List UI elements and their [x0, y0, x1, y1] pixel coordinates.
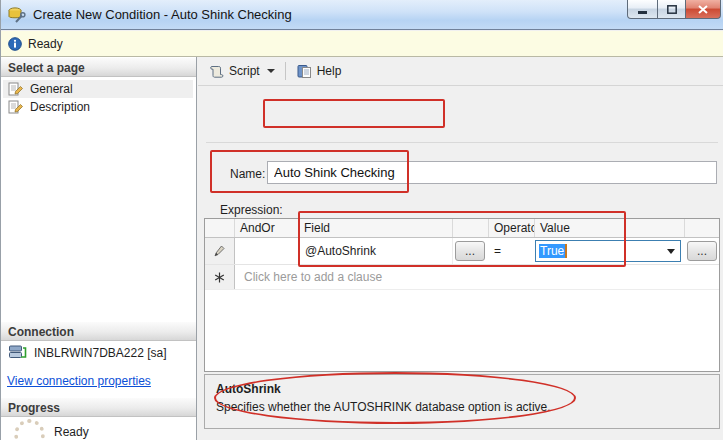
close-button[interactable]: [686, 0, 721, 19]
property-help-title: AutoShrink: [216, 382, 719, 396]
grid-header-andor: AndOr: [235, 219, 299, 237]
add-clause-hint[interactable]: Click here to add a clause: [235, 265, 382, 289]
value-browse-cell: ...: [685, 238, 719, 264]
progress-status: Ready: [54, 425, 89, 439]
status-bar: Ready: [1, 31, 723, 57]
chevron-down-icon: [267, 69, 275, 73]
grid-header-operator: Operator: [489, 219, 535, 237]
operator-cell[interactable]: =: [489, 238, 535, 264]
select-a-page-header: Select a page: [1, 57, 196, 77]
window-title: Create New Condition - Auto Shink Checki…: [33, 7, 292, 22]
create-new-condition-dialog: Create New Condition - Auto Shink Checki…: [0, 0, 723, 440]
connection-header: Connection: [1, 321, 196, 341]
script-scroll-icon: [208, 64, 225, 79]
help-button[interactable]: Help: [292, 62, 346, 81]
value-browse-button[interactable]: ...: [687, 241, 717, 261]
andor-cell[interactable]: [235, 238, 299, 264]
policy-condition-icon: [7, 6, 27, 24]
sidebar-item-general[interactable]: General: [3, 80, 193, 98]
progress-spinner-icon: [14, 419, 45, 440]
script-button[interactable]: Script: [204, 62, 279, 81]
clause-row: @AutoShrink ... = True ...: [205, 238, 719, 265]
grid-header-value-browse: [685, 219, 719, 237]
grid-header-selector: [205, 219, 235, 237]
field-browse-button[interactable]: ...: [455, 241, 485, 261]
progress-header: Progress: [1, 397, 196, 417]
value-selected-text: True: [539, 244, 565, 258]
property-help-text: Specifies whether the AUTOSHRINK databas…: [216, 400, 719, 414]
name-input[interactable]: [267, 161, 717, 184]
close-icon: [698, 5, 708, 14]
help-button-label: Help: [317, 64, 342, 78]
row-selector-new[interactable]: [205, 265, 235, 289]
sidebar-item-description[interactable]: Description: [3, 98, 193, 116]
page-pencil-icon: [8, 82, 23, 96]
connection-server: INBLRWIN7DBA222 [sa]: [8, 345, 167, 360]
property-help-panel: AutoShrink Specifies whether the AUTOSHR…: [204, 374, 720, 429]
script-button-label: Script: [229, 64, 260, 78]
value-cell: True: [535, 238, 685, 264]
grid-header-field-browse: [453, 219, 489, 237]
sidebar-item-label: Description: [30, 100, 90, 114]
connection-server-name: INBLRWIN7DBA222 [sa]: [34, 346, 167, 360]
expression-label: Expression:: [220, 203, 283, 217]
add-clause-row: Click here to add a clause: [205, 265, 719, 290]
info-icon: [8, 37, 22, 51]
toolbar-separator: [285, 62, 286, 80]
window-controls: [627, 0, 721, 19]
server-connection-icon: [8, 345, 27, 360]
field-browse-cell: ...: [453, 238, 489, 264]
pencil-edit-icon: [214, 245, 225, 257]
minimize-button[interactable]: [627, 0, 658, 19]
grid-header-field: Field: [299, 219, 453, 237]
value-combobox[interactable]: True: [535, 240, 681, 262]
grid-header-value: Value: [535, 219, 685, 237]
grid-header-row: AndOr Field Operator Value: [205, 219, 719, 238]
view-connection-properties-link[interactable]: View connection properties: [7, 374, 151, 388]
sidebar-item-label: General: [30, 82, 73, 96]
main-panel: Script Help Name: Facet:: [198, 57, 723, 440]
title-bar: Create New Condition - Auto Shink Checki…: [1, 0, 723, 30]
name-label: Name:: [230, 167, 265, 181]
page-pencil-icon: [8, 100, 23, 114]
help-book-icon: [296, 64, 313, 79]
section-separator: [206, 142, 718, 143]
dropdown-arrow-icon[interactable]: [667, 249, 675, 254]
toolbar: Script Help: [198, 57, 723, 86]
field-cell[interactable]: @AutoShrink: [299, 238, 453, 264]
text-caret: [565, 244, 567, 258]
row-selector-edit[interactable]: [205, 238, 235, 264]
left-panel: Select a page General: [1, 57, 197, 440]
expression-grid: AndOr Field Operator Value @AutoShrink .…: [204, 218, 720, 372]
status-text: Ready: [28, 37, 63, 51]
asterisk-new-row-icon: [214, 272, 225, 283]
maximize-button[interactable]: [658, 0, 686, 19]
